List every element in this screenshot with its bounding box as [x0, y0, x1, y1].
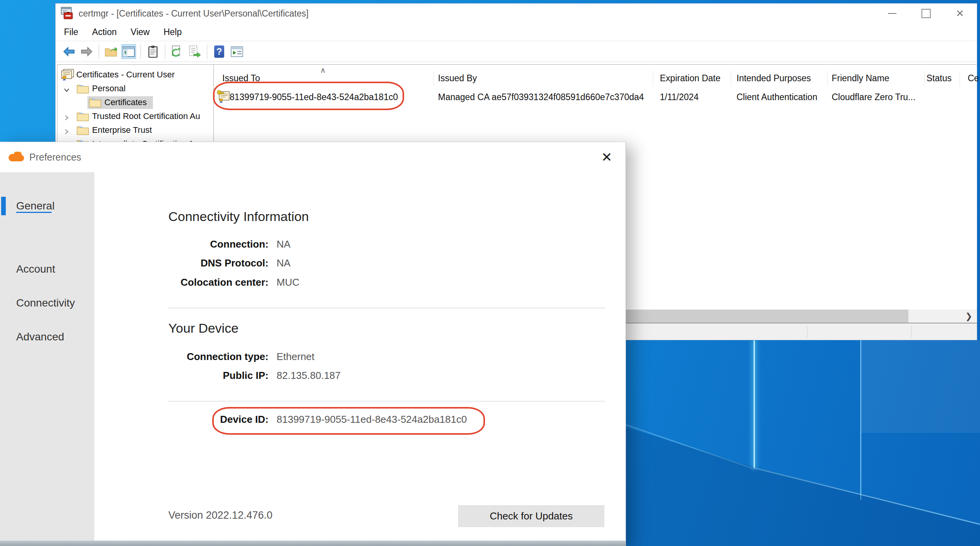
column-divider[interactable]	[433, 72, 434, 86]
tree-item-label: Personal	[92, 84, 126, 94]
tree-item-label: Certificates - Current User	[76, 70, 175, 80]
preferences-window: Preferences ✕ General Account Connectivi…	[0, 142, 626, 546]
preferences-content: Connectivity Information Connection: NA …	[94, 172, 626, 541]
tree-item-certificates[interactable]: Certificates	[57, 95, 213, 109]
console-tree-icon	[123, 45, 135, 58]
menu-help[interactable]: Help	[163, 27, 181, 37]
toolbar-separator	[141, 44, 141, 59]
minimize-button[interactable]	[875, 3, 909, 23]
help-icon: ?	[214, 45, 224, 58]
sidebar-item-account[interactable]: Account	[16, 263, 55, 275]
device-id-label: Device ID:	[94, 414, 268, 425]
back-button[interactable]	[62, 44, 76, 59]
sidebar-item-connectivity[interactable]: Connectivity	[16, 297, 75, 309]
window-panel-icon	[231, 45, 243, 58]
dns-protocol-value: NA	[277, 257, 290, 269]
wallpaper-edge-line	[860, 340, 861, 500]
folder-icon	[77, 84, 89, 94]
tree-item-enterprise-trust[interactable]: Enterprise Trust	[57, 123, 213, 137]
close-button[interactable]: ✕	[943, 3, 977, 23]
menu-view[interactable]: View	[131, 27, 149, 37]
folder-icon	[77, 125, 89, 135]
menu-bar: File Action View Help	[55, 23, 977, 41]
preferences-close-button[interactable]: ✕	[598, 148, 616, 166]
colocation-center-label: Colocation center:	[94, 276, 268, 288]
window-title: certmgr - [Certificates - Current User\P…	[79, 8, 309, 19]
forward-button[interactable]	[79, 44, 94, 59]
toolbar-separator	[207, 44, 207, 59]
refresh-icon	[171, 45, 183, 58]
public-ip-label: Public IP:	[94, 370, 268, 382]
maximize-button[interactable]	[909, 3, 943, 23]
certificate-row[interactable]: 81399719-9055-11ed-8e43-524a2ba181c0 Man…	[214, 89, 977, 106]
connection-value: NA	[277, 238, 290, 250]
column-header-purposes[interactable]: Intended Purposes	[737, 73, 811, 84]
active-tab-accent-bar	[1, 197, 6, 215]
colocation-center-value: MUC	[277, 276, 299, 288]
certmgr-titlebar[interactable]: certmgr - [Certificates - Current User\P…	[55, 3, 977, 23]
list-header-row: Issued To Issued By Expiration Date Inte…	[214, 70, 977, 87]
certificate-icon	[216, 89, 231, 104]
preferences-bottom-edge	[0, 541, 626, 546]
tree-item-trusted-root[interactable]: Trusted Root Certification Au	[57, 109, 213, 123]
wallpaper-panel	[861, 340, 980, 433]
clipboard-icon	[147, 45, 159, 58]
toolbar-separator	[99, 44, 99, 59]
menu-action[interactable]: Action	[92, 27, 117, 37]
column-header-status[interactable]: Status	[926, 73, 951, 84]
column-header-issued-to[interactable]: Issued To	[222, 73, 260, 84]
help-button[interactable]: ?	[212, 44, 227, 59]
wallpaper-edge-line	[753, 340, 755, 468]
chevron-right-icon[interactable]	[64, 113, 70, 119]
preferences-sidebar: General Account Connectivity Advanced	[0, 172, 94, 541]
section-divider	[168, 401, 605, 402]
open-console-button[interactable]	[104, 44, 118, 59]
section-heading-your-device: Your Device	[168, 321, 238, 336]
cell-friendly: Cloudflare Zero Tru...	[832, 92, 915, 102]
chevron-down-icon[interactable]	[64, 85, 70, 92]
tree-item-certificates-current-user[interactable]: Certificates - Current User	[57, 68, 213, 82]
folder-arrow-icon	[105, 45, 117, 58]
preferences-title: Preferences	[29, 152, 81, 163]
public-ip-value: 82.135.80.187	[277, 370, 341, 382]
cell-issued-by: Managed CA ae57f03931324f08591d660e7c370…	[438, 92, 644, 102]
column-divider[interactable]	[827, 72, 827, 86]
column-divider[interactable]	[924, 72, 925, 86]
column-divider[interactable]	[653, 72, 653, 86]
chevron-right-icon[interactable]	[64, 127, 70, 133]
refresh-button[interactable]	[170, 44, 185, 59]
toolbar: ?	[55, 41, 977, 62]
close-icon: ✕	[601, 149, 612, 165]
preferences-titlebar[interactable]: Preferences ✕	[0, 142, 626, 172]
sidebar-item-advanced[interactable]: Advanced	[16, 331, 64, 343]
statusbar-divider	[807, 326, 807, 338]
screen: certmgr - [Certificates - Current User\P…	[0, 0, 980, 546]
scroll-right-button[interactable]: ❯	[961, 310, 977, 323]
connection-type-label: Connection type:	[94, 351, 268, 363]
paste-button[interactable]	[146, 44, 160, 59]
menu-file[interactable]: File	[64, 27, 78, 37]
forward-icon	[81, 45, 93, 58]
sidebar-item-general[interactable]: General	[16, 200, 55, 212]
tree-item-label: Enterprise Trust	[92, 125, 152, 135]
statusbar-divider	[911, 326, 911, 338]
maximize-icon	[921, 9, 931, 18]
device-id-value: 81399719-9055-11ed-8e43-524a2ba181c0	[277, 414, 467, 425]
cell-expiration: 1/11/2024	[660, 92, 699, 102]
active-tab-underline	[16, 212, 52, 213]
cell-purposes: Client Authentication	[737, 92, 817, 102]
column-divider[interactable]	[960, 72, 960, 86]
column-divider[interactable]	[731, 72, 731, 86]
export-list-button[interactable]	[188, 44, 202, 59]
new-window-button[interactable]	[230, 44, 244, 59]
console-tree-toggle-button[interactable]	[121, 44, 136, 59]
folder-icon	[89, 97, 101, 107]
section-divider	[168, 308, 605, 308]
column-header-expiration[interactable]: Expiration Date	[660, 73, 720, 84]
column-header-friendly[interactable]: Friendly Name	[832, 73, 889, 84]
column-header-ce[interactable]: Ce	[968, 73, 979, 84]
check-for-updates-button[interactable]: Check for Updates	[458, 505, 604, 527]
tree-item-personal[interactable]: Personal	[57, 82, 213, 95]
column-header-issued-by[interactable]: Issued By	[438, 73, 477, 84]
section-heading-connectivity: Connectivity Information	[168, 209, 309, 224]
